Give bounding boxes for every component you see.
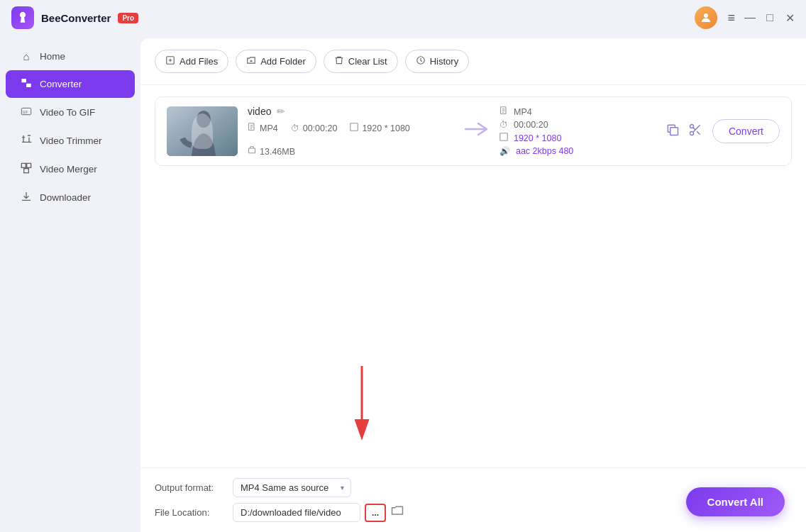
file-location-label: File Location: [155, 507, 226, 518]
gif-icon: GIF [20, 106, 33, 119]
app-icon [11, 6, 34, 29]
svg-rect-6 [27, 163, 31, 167]
file-thumbnail [167, 106, 238, 156]
titlebar-left: BeeConverter Pro [11, 6, 138, 29]
file-item: video ✏ MP4 ⏱ 00:00:20 [155, 96, 792, 166]
pro-badge: Pro [118, 13, 138, 23]
add-folder-label: Add Folder [260, 56, 306, 67]
titlebar: BeeConverter Pro ≡ — □ ✕ [0, 0, 806, 35]
sidebar-label-converter: Converter [40, 79, 82, 89]
thumbnail-image [167, 106, 238, 156]
folder-open-button[interactable] [390, 504, 404, 521]
action-icons [666, 123, 702, 140]
source-duration: ⏱ 00:00:20 [291, 123, 338, 133]
clear-list-button[interactable]: Clear List [324, 50, 398, 73]
svg-text:GIF: GIF [23, 111, 28, 114]
copy-icon[interactable] [666, 123, 680, 140]
titlebar-right: ≡ — □ ✕ [695, 6, 795, 29]
scissors-icon[interactable] [688, 123, 702, 140]
svg-rect-17 [670, 127, 678, 135]
sidebar-label-downloader: Downloader [40, 192, 91, 203]
clear-icon [334, 55, 344, 67]
sidebar-item-video-to-gif[interactable]: GIF Video To GIF [6, 99, 135, 126]
dots-button[interactable]: ... [365, 504, 386, 522]
convert-button[interactable]: Convert [712, 119, 780, 143]
location-actions: D:/downloaded file/video ... [233, 503, 404, 522]
add-files-icon [165, 55, 175, 67]
file-name-row: video ✏ [248, 106, 454, 117]
converter-icon [20, 77, 33, 91]
svg-rect-2 [26, 84, 31, 87]
source-size: 13.46MB [248, 146, 295, 157]
history-button[interactable]: History [405, 50, 469, 73]
source-format: MP4 [248, 123, 278, 133]
source-size-value: 13.46MB [260, 147, 295, 157]
add-folder-button[interactable]: Add Folder [236, 50, 316, 73]
output-audio-value: aac 2kbps 480 [516, 146, 573, 156]
add-files-label: Add Files [180, 56, 218, 67]
downloader-icon [20, 191, 33, 204]
add-files-button[interactable]: Add Files [155, 50, 228, 73]
resolution-icon [350, 123, 358, 133]
content-area: Add Files Add Folder Clear List History [140, 38, 806, 532]
hamburger-menu[interactable]: ≡ [727, 11, 735, 26]
source-format-value: MP4 [260, 123, 278, 133]
sidebar-item-home[interactable]: ⌂ Home [6, 43, 135, 70]
svg-rect-5 [21, 163, 26, 167]
toolbar: Add Files Add Folder Clear List History [140, 38, 806, 85]
size-icon [248, 146, 256, 157]
trimmer-icon [20, 134, 33, 148]
output-meta: MP4 ⏱ 00:00:20 1920 * 1080 [499, 106, 656, 156]
source-resolution: 1920 * 1080 [350, 123, 409, 133]
format-wrapper: MP4 Same as source [233, 478, 351, 497]
output-format-icon [499, 106, 508, 117]
source-duration-value: 00:00:20 [303, 123, 338, 133]
clear-list-label: Clear List [348, 56, 387, 67]
close-button[interactable]: ✕ [785, 13, 795, 23]
svg-rect-7 [24, 169, 29, 173]
history-label: History [430, 56, 458, 67]
file-meta: MP4 ⏱ 00:00:20 1920 * 1080 [248, 123, 454, 157]
duration-icon: ⏱ [291, 123, 299, 133]
sidebar-item-merger[interactable]: Video Merger [6, 155, 135, 183]
minimize-button[interactable]: — [745, 13, 755, 23]
convert-all-button[interactable]: Convert All [686, 487, 785, 516]
svg-rect-1 [21, 79, 26, 82]
output-resolution-row: 1920 * 1080 [499, 133, 656, 143]
sidebar-label-trimmer: Video Trimmer [40, 135, 102, 146]
file-name: video [248, 106, 271, 117]
output-format-label: Output format: [155, 482, 226, 493]
main-layout: ⌂ Home Converter GIF Video To GIF Video … [0, 35, 806, 532]
svg-rect-16 [500, 133, 508, 141]
convert-arrow [464, 121, 490, 142]
sidebar-item-trimmer[interactable]: Video Trimmer [6, 127, 135, 155]
sidebar-label-merger: Video Merger [40, 164, 97, 174]
svg-point-19 [690, 131, 693, 135]
svg-point-18 [690, 124, 693, 128]
file-info: video ✏ MP4 ⏱ 00:00:20 [248, 106, 454, 157]
merger-icon [20, 162, 33, 176]
svg-rect-13 [350, 123, 358, 131]
output-res-icon [499, 133, 508, 143]
output-info: MP4 ⏱ 00:00:20 1920 * 1080 [499, 106, 656, 156]
svg-point-11 [197, 111, 211, 128]
svg-rect-14 [249, 148, 255, 153]
svg-rect-10 [167, 106, 238, 156]
file-list-area: video ✏ MP4 ⏱ 00:00:20 [140, 85, 806, 467]
output-duration-value: 00:00:20 [514, 120, 548, 130]
sidebar-label-home: Home [40, 51, 65, 62]
maximize-button[interactable]: □ [765, 13, 775, 23]
output-audio-row: 🔊 aac 2kbps 480 [499, 146, 656, 156]
user-avatar[interactable] [695, 6, 717, 29]
audio-icon: 🔊 [499, 146, 510, 156]
format-select[interactable]: MP4 Same as source [233, 478, 351, 497]
sidebar-item-downloader[interactable]: Downloader [6, 184, 135, 211]
format-icon [248, 123, 256, 133]
output-resolution-value: 1920 * 1080 [514, 133, 561, 143]
sidebar-label-gif: Video To GIF [40, 107, 95, 118]
edit-icon[interactable]: ✏ [277, 106, 285, 117]
svg-point-0 [704, 13, 708, 18]
sidebar-item-converter[interactable]: Converter [6, 70, 135, 98]
output-format-row: MP4 [499, 106, 656, 117]
file-location-value: D:/downloaded file/video [233, 503, 360, 522]
